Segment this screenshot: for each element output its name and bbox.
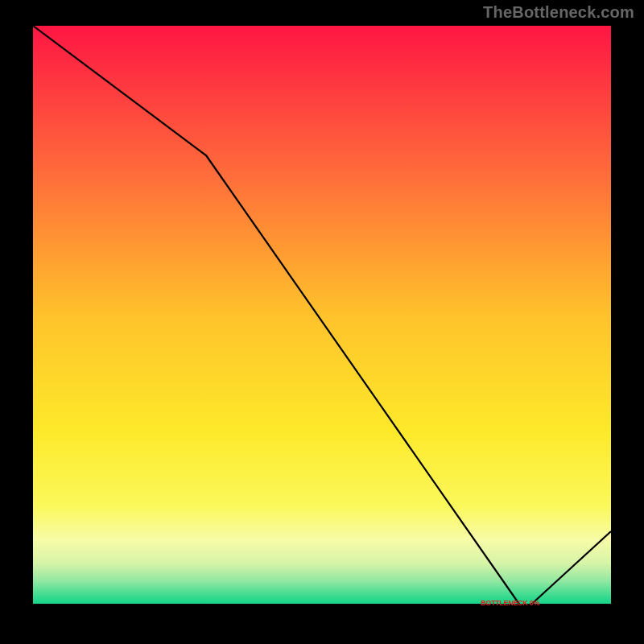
watermark-text: TheBottleneck.com (483, 3, 634, 22)
plot-area: BOTTLENECK 0% (33, 26, 611, 613)
chart-frame: TheBottleneck.com (0, 0, 644, 644)
curve-path (33, 26, 611, 611)
ideal-point-label: BOTTLENECK 0% (481, 599, 539, 607)
bottleneck-curve (33, 26, 611, 613)
